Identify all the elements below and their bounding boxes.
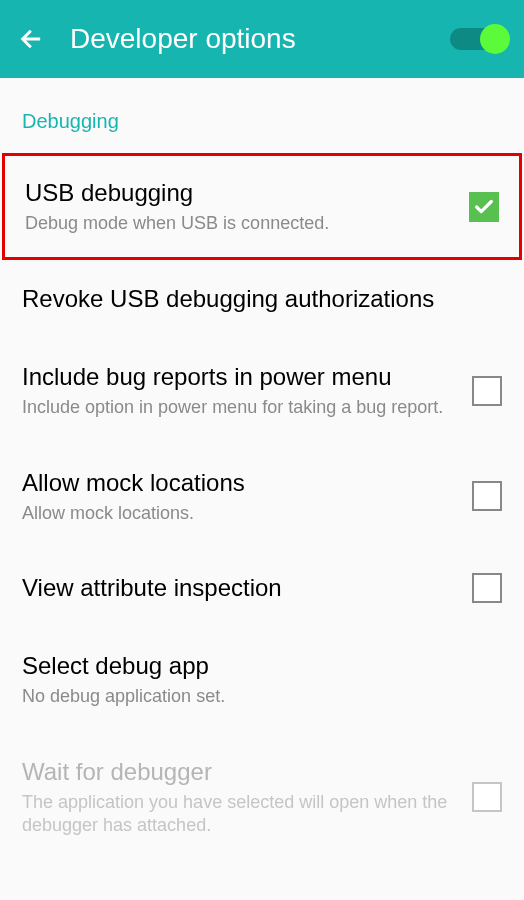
item-subtitle: Include option in power menu for taking … [22, 396, 456, 419]
checkbox-wait-debugger [472, 782, 502, 812]
item-text: Revoke USB debugging authorizations [22, 284, 502, 314]
item-revoke-auth[interactable]: Revoke USB debugging authorizations [0, 260, 524, 338]
item-subtitle: Debug mode when USB is connected. [25, 212, 453, 235]
checkbox-usb-debugging[interactable] [469, 192, 499, 222]
master-toggle[interactable] [450, 28, 506, 50]
item-title: Select debug app [22, 651, 486, 681]
item-wait-debugger: Wait for debugger The application you ha… [0, 733, 524, 862]
checkbox-bug-reports[interactable] [472, 376, 502, 406]
item-subtitle: The application you have selected will o… [22, 791, 456, 838]
item-bug-reports[interactable]: Include bug reports in power menu Includ… [0, 338, 524, 443]
item-mock-locations[interactable]: Allow mock locations Allow mock location… [0, 444, 524, 549]
item-title: Allow mock locations [22, 468, 456, 498]
item-text: View attribute inspection [22, 573, 472, 603]
check-icon [473, 196, 495, 218]
checkbox-mock-locations[interactable] [472, 481, 502, 511]
item-title: Wait for debugger [22, 757, 456, 787]
item-text: Select debug app No debug application se… [22, 651, 502, 708]
section-header-debugging: Debugging [0, 78, 524, 153]
page-title: Developer options [70, 23, 296, 55]
item-title: Include bug reports in power menu [22, 362, 456, 392]
item-text: Allow mock locations Allow mock location… [22, 468, 472, 525]
app-header: Developer options [0, 0, 524, 78]
item-text: Include bug reports in power menu Includ… [22, 362, 472, 419]
item-text: Wait for debugger The application you ha… [22, 757, 472, 838]
item-title: Revoke USB debugging authorizations [22, 284, 486, 314]
item-subtitle: No debug application set. [22, 685, 486, 708]
checkbox-attribute-inspection[interactable] [472, 573, 502, 603]
toggle-knob [480, 24, 510, 54]
item-title: View attribute inspection [22, 573, 456, 603]
item-text: USB debugging Debug mode when USB is con… [25, 178, 469, 235]
item-select-debug-app[interactable]: Select debug app No debug application se… [0, 627, 524, 732]
item-subtitle: Allow mock locations. [22, 502, 456, 525]
item-usb-debugging[interactable]: USB debugging Debug mode when USB is con… [2, 153, 522, 260]
item-attribute-inspection[interactable]: View attribute inspection [0, 549, 524, 627]
item-title: USB debugging [25, 178, 453, 208]
settings-list: Debugging USB debugging Debug mode when … [0, 78, 524, 861]
back-icon[interactable] [18, 25, 46, 53]
